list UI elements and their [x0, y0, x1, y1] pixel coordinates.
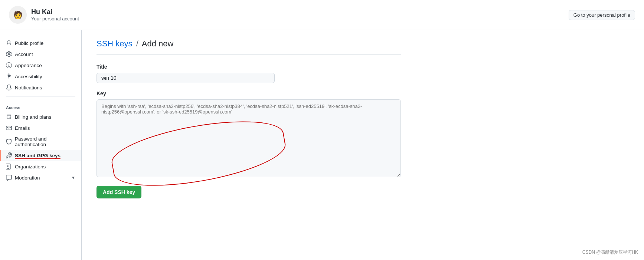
key-label: Key — [97, 90, 401, 96]
palette-icon — [6, 62, 12, 68]
sidebar-item-label: SSH and GPG keys — [15, 153, 61, 158]
sidebar-divider — [6, 96, 75, 96]
user-info: Hu Kai Your personal account — [31, 8, 79, 22]
sidebar-item-account[interactable]: Account — [0, 49, 81, 60]
sidebar-item-notifications[interactable]: Notifications — [0, 82, 81, 93]
sidebar-item-ssh-gpg[interactable]: SSH and GPG keys — [0, 150, 81, 161]
person-icon — [6, 40, 12, 46]
title-form-group: Title — [97, 64, 401, 83]
layout: Public profile Account Appearance Access… — [0, 30, 644, 260]
sidebar-item-label: Public profile — [15, 40, 43, 46]
sidebar-item-label: Notifications — [15, 85, 42, 90]
sidebar-item-label: Appearance — [15, 63, 42, 68]
main-content: SSH keys / Add new Title Key Add SSH key — [82, 30, 416, 260]
email-icon — [6, 125, 12, 131]
key-form-group: Key — [97, 90, 401, 178]
key-icon — [6, 152, 12, 158]
org-icon — [6, 164, 12, 170]
sidebar-item-accessibility[interactable]: Accessibility — [0, 71, 81, 82]
access-section-label: Access — [0, 99, 81, 111]
sidebar-item-organizations[interactable]: Organizations — [0, 161, 81, 172]
avatar: 🧑 — [9, 6, 27, 24]
sidebar-item-label: Accessibility — [15, 74, 42, 79]
breadcrumb-link[interactable]: SSH keys — [97, 39, 133, 48]
go-to-profile-button[interactable]: Go to your personal profile — [569, 10, 635, 20]
sidebar-item-label: Password and authentication — [15, 136, 75, 147]
sidebar-item-password[interactable]: Password and authentication — [0, 134, 81, 150]
sidebar-item-label: Moderation — [15, 175, 40, 181]
key-textarea[interactable] — [97, 99, 401, 177]
section-divider — [97, 55, 401, 55]
billing-icon — [6, 114, 12, 120]
chevron-down-icon: ▼ — [71, 175, 75, 180]
gear-icon — [6, 51, 12, 57]
add-ssh-key-button[interactable]: Add SSH key — [97, 186, 141, 198]
breadcrumb-divider: / — [136, 39, 138, 48]
watermark: CSDN @满船清梦压星河HK — [582, 249, 638, 256]
accessibility-icon — [6, 73, 12, 79]
title-label: Title — [97, 64, 401, 70]
sidebar-item-emails[interactable]: Emails — [0, 122, 81, 134]
user-subtitle: Your personal account — [31, 16, 79, 22]
sidebar-item-label: Billing and plans — [15, 114, 51, 120]
sidebar-item-moderation[interactable]: Moderation ▼ — [0, 172, 81, 183]
sidebar-item-label: Emails — [15, 125, 30, 131]
user-name: Hu Kai — [31, 8, 79, 16]
shield-icon — [6, 139, 12, 145]
sidebar-item-label: Account — [15, 52, 33, 57]
bell-icon — [6, 85, 12, 90]
sidebar: Public profile Account Appearance Access… — [0, 30, 82, 260]
breadcrumb-current: Add new — [142, 39, 174, 48]
breadcrumb: SSH keys / Add new — [97, 39, 401, 49]
sidebar-item-appearance[interactable]: Appearance — [0, 60, 81, 71]
title-input[interactable] — [97, 73, 275, 83]
sidebar-item-billing[interactable]: Billing and plans — [0, 111, 81, 122]
sidebar-item-label: Organizations — [15, 164, 46, 170]
sidebar-item-public-profile[interactable]: Public profile — [0, 37, 81, 49]
moderation-icon — [6, 175, 12, 181]
header: 🧑 Hu Kai Your personal account Go to you… — [0, 0, 644, 30]
header-left: 🧑 Hu Kai Your personal account — [9, 6, 79, 24]
